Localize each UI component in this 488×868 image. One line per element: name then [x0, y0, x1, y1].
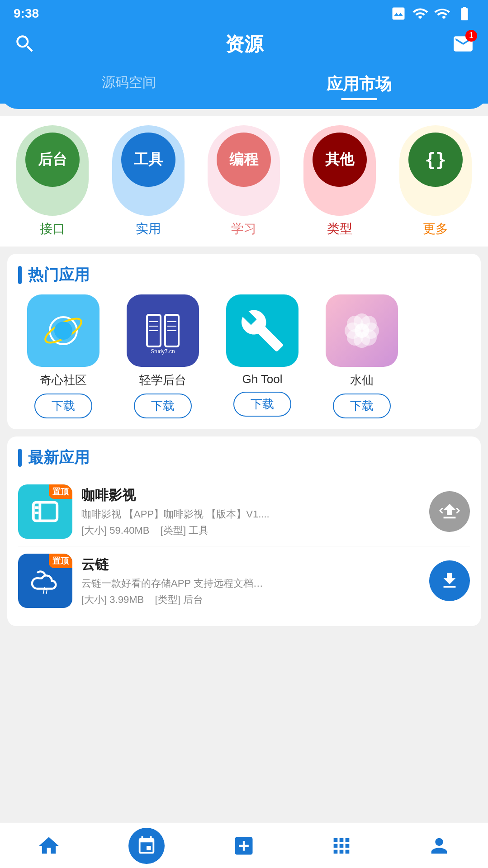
- kafei-download-icon: [439, 501, 460, 522]
- download-btn-qixin[interactable]: 下载: [34, 394, 92, 418]
- svg-text:h: h: [43, 586, 47, 596]
- bottom-nav: [0, 823, 488, 868]
- category-backend[interactable]: 后台 接口: [12, 125, 93, 237]
- cart-icon: [136, 835, 157, 856]
- kafei-info: 咖啡影视 咖啡影视 【APP】咖啡影视 【版本】V1.... [大小] 59.4…: [81, 486, 429, 537]
- latest-apps-header: 最新应用: [18, 447, 470, 468]
- status-icons: [390, 5, 474, 22]
- app-icon-study7: Study7.cn: [127, 294, 199, 367]
- yunlian-download-icon: [439, 570, 460, 591]
- svg-point-21: [355, 323, 369, 338]
- app-icon-qixin: [27, 294, 99, 367]
- yunlian-download-btn[interactable]: [429, 560, 470, 601]
- cat-bg-other: 其他: [303, 125, 376, 216]
- cat-label-more: 更多: [423, 220, 448, 237]
- app-ghtool: Gh Tool 下载: [217, 294, 308, 418]
- latest-apps-section: 最新应用 置顶 咖啡影视 咖啡影视 【APP】咖啡影视 【版本】V1.... […: [7, 436, 481, 626]
- download-btn-ghtool[interactable]: 下载: [233, 392, 291, 417]
- yunlian-name: 云链: [81, 555, 429, 574]
- tab-source-indicator: [111, 95, 147, 96]
- app-icon-yunlian: 置顶 h: [18, 554, 72, 608]
- nav-apps[interactable]: [293, 834, 390, 858]
- search-icon: [14, 33, 36, 55]
- cat-circle-more: {}: [408, 133, 463, 187]
- tabs: 源码空间 应用市场: [14, 66, 474, 104]
- cat-circle-coding: 编程: [217, 133, 271, 187]
- search-button[interactable]: [14, 33, 36, 57]
- cat-circle-other: 其他: [313, 133, 367, 187]
- add-icon: [232, 834, 256, 858]
- nav-user[interactable]: [390, 834, 488, 858]
- app-name-qixin: 奇心社区: [40, 372, 87, 388]
- cat-label-other: 类型: [327, 220, 352, 237]
- app-icon-narcissus: [326, 294, 398, 367]
- mail-badge: 1: [465, 30, 477, 42]
- page-title: 资源: [36, 32, 452, 57]
- category-other[interactable]: 其他 类型: [299, 125, 380, 237]
- yunlian-info: 云链 云链一款好看的存储APP 支持远程文档，... [大小] 3.99MB […: [81, 555, 429, 607]
- cat-label-tools: 实用: [136, 220, 161, 237]
- download-btn-narcissus[interactable]: 下载: [333, 394, 391, 418]
- svg-text:Study7.cn: Study7.cn: [151, 348, 175, 355]
- cat-icon-more: {}: [425, 149, 446, 170]
- cat-bg-more: {}: [399, 125, 472, 216]
- cat-label-backend: 接口: [40, 220, 65, 237]
- cat-bg-tools: 工具: [112, 125, 185, 216]
- qixin-icon-svg: [41, 308, 86, 353]
- ghtool-icon-svg: [240, 308, 285, 353]
- category-tools[interactable]: 工具 实用: [108, 125, 189, 237]
- latest-app-yunlian: 置顶 h 云链 云链一款好看的存储APP 支持远程文档，... [大小] 3.9…: [18, 546, 470, 615]
- nav-cart-bg: [128, 828, 165, 864]
- app-narcissus: 水仙 下载: [317, 294, 407, 418]
- status-time: 9:38: [14, 6, 39, 21]
- apps-icon: [330, 834, 353, 858]
- svg-rect-25: [35, 512, 39, 514]
- cat-icon-tools: 工具: [134, 150, 163, 170]
- battery-icon: [455, 5, 474, 22]
- app-name-ghtool: Gh Tool: [242, 372, 282, 386]
- hot-apps-header: 热门应用: [18, 265, 470, 285]
- nav-home[interactable]: [0, 834, 98, 858]
- app-study7: Study7.cn 轻学后台 下载: [118, 294, 208, 418]
- kafei-badge: 置顶: [49, 484, 72, 499]
- header-wrapper: 资源 1 源码空间 应用市场: [0, 27, 488, 109]
- app-qixin: 奇心社区 下载: [18, 294, 109, 418]
- svg-point-2: [54, 322, 72, 340]
- yunlian-desc: 云链一款好看的存储APP 支持远程文档，...: [81, 577, 271, 590]
- app-name-study7: 轻学后台: [139, 372, 186, 388]
- narcissus-icon-svg: [339, 308, 384, 353]
- app-icon-kafei: 置顶: [18, 484, 72, 539]
- cat-circle-tools: 工具: [121, 133, 175, 187]
- user-icon: [427, 834, 451, 858]
- kafei-desc: 咖啡影视 【APP】咖啡影视 【版本】V1....: [81, 508, 271, 521]
- kafei-download-btn[interactable]: [429, 491, 470, 532]
- signal-icon: [434, 5, 450, 22]
- header-top: 资源 1: [14, 32, 474, 66]
- wifi-icon: [411, 5, 429, 22]
- nav-add[interactable]: [195, 834, 293, 858]
- kafei-meta: [大小] 59.40MB [类型] 工具: [81, 524, 429, 537]
- tab-market[interactable]: 应用市场: [244, 66, 475, 104]
- cat-icon-coding: 编程: [229, 150, 258, 170]
- study7-icon-svg: Study7.cn: [138, 306, 188, 356]
- hot-apps-title: 热门应用: [28, 265, 90, 285]
- header: 资源 1 源码空间 应用市场: [0, 27, 488, 104]
- category-more[interactable]: {} 更多: [395, 125, 476, 237]
- cat-icon-other: 其他: [325, 150, 354, 170]
- cat-bg-coding: 编程: [208, 125, 280, 216]
- image-icon: [390, 5, 407, 22]
- kafei-name: 咖啡影视: [81, 486, 429, 505]
- tab-market-indicator: [341, 98, 377, 100]
- cat-label-coding: 学习: [231, 220, 256, 237]
- download-btn-study7[interactable]: 下载: [134, 394, 192, 418]
- category-coding[interactable]: 编程 学习: [203, 125, 284, 237]
- hot-apps-section: 热门应用 奇心社区 下载: [7, 254, 481, 429]
- mail-button[interactable]: 1: [452, 33, 474, 57]
- nav-cart[interactable]: [98, 828, 195, 864]
- hot-apps-row: 奇心社区 下载 Study7.cn 轻学: [18, 294, 470, 418]
- tab-source[interactable]: 源码空间: [14, 66, 244, 104]
- app-icon-ghtool: [226, 294, 298, 367]
- cat-circle-backend: 后台: [25, 133, 80, 187]
- kafei-icon-svg: [29, 496, 61, 527]
- category-section: 后台 接口 工具 实用 编程 学习 其他 类型: [0, 116, 488, 247]
